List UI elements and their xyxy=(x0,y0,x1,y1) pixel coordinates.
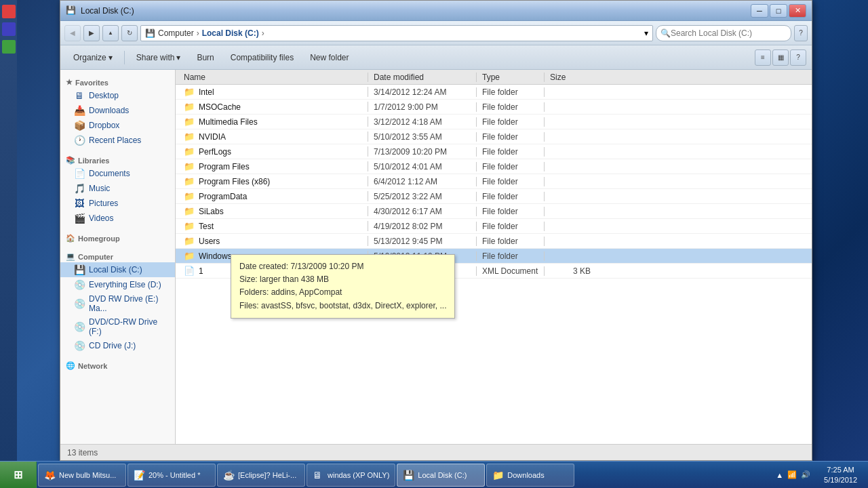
table-row[interactable]: 📁NVIDIA 5/10/2012 3:55 AM File folder xyxy=(176,129,812,144)
tray-arrow-icon[interactable]: ▲ xyxy=(776,471,783,479)
desktop-label: Desktop xyxy=(89,91,119,100)
back-button[interactable]: ◀ xyxy=(64,25,81,41)
network-header: 🌐 Network xyxy=(60,359,175,371)
taskbar-item-eclipse[interactable]: ☕ [Eclipse]? HeLi-... xyxy=(217,464,305,487)
tooltip-size: Size: larger than 438 MB xyxy=(239,273,446,286)
toolbar: Organize ▾ Share with ▾ Burn Compatibili… xyxy=(60,45,812,70)
address-dropdown-icon[interactable]: ▾ xyxy=(644,28,648,38)
sidebar-item-desktop[interactable]: 🖥 Desktop xyxy=(60,88,175,103)
help-button[interactable]: ? xyxy=(794,25,808,41)
table-row[interactable]: 📁ProgramData 5/25/2012 3:22 AM File fold… xyxy=(176,189,812,204)
homegroup-header: 🏠 Homegroup xyxy=(60,231,175,244)
tooltip-date-created: Date created: 7/13/2009 10:20 PM xyxy=(239,260,446,273)
left-icon-2 xyxy=(2,22,16,36)
table-row[interactable]: 📁PerfLogs 7/13/2009 10:20 PM File folder xyxy=(176,144,812,159)
taskbar-item-firefox[interactable]: 🦊 New bulb Mitsu... xyxy=(38,464,126,487)
taskbar-item-firefox-label: New bulb Mitsu... xyxy=(59,471,116,479)
favorites-star-icon: ★ xyxy=(66,78,73,87)
sidebar-item-documents[interactable]: 📄 Documents xyxy=(60,166,175,181)
up-button[interactable]: ▲ xyxy=(102,25,119,41)
taskbar-item-windas[interactable]: 🖥 windas (XP ONLY) xyxy=(307,464,395,487)
documents-icon: 📄 xyxy=(74,168,85,179)
eclipse-icon: ☕ xyxy=(223,470,234,481)
folder-icon: 📁 xyxy=(184,161,195,171)
start-button[interactable]: ⊞ xyxy=(0,462,37,489)
address-icon: 💾 xyxy=(145,28,155,38)
sidebar-item-dropbox[interactable]: 📦 Dropbox xyxy=(60,118,175,133)
table-row[interactable]: 📁MSOCache 1/7/2012 9:00 PM File folder xyxy=(176,100,812,115)
share-with-label: Share with xyxy=(136,53,175,62)
sidebar: ★ Favorites 🖥 Desktop 📥 Downloads 📦 Drop… xyxy=(60,70,176,444)
sidebar-item-downloads[interactable]: 📥 Downloads xyxy=(60,103,175,118)
table-row[interactable]: 📁SiLabs 4/30/2012 6:17 AM File folder xyxy=(176,204,812,219)
sidebar-item-dvd-rw-e[interactable]: 💿 DVD RW Drive (E:) Ma... xyxy=(60,292,175,315)
favorites-header: ★ Favorites xyxy=(60,75,175,88)
address-computer: Computer xyxy=(158,28,194,38)
taskbar-item-eclipse-label: [Eclipse]? HeLi-... xyxy=(238,471,296,479)
taskbar-item-downloads-label: Downloads xyxy=(507,471,544,479)
clock-time: 7:25 AM xyxy=(824,465,857,474)
sidebar-item-cd-drive-j[interactable]: 💿 CD Drive (J:) xyxy=(60,338,175,353)
forward-button[interactable]: ▶ xyxy=(83,25,100,41)
burn-button[interactable]: Burn xyxy=(189,49,221,66)
folder-icon: 📁 xyxy=(184,117,195,127)
column-date-modified[interactable]: Date modified xyxy=(368,73,477,82)
computer-header: 💻 Computer xyxy=(60,249,175,262)
local-disk-c-icon: 💾 xyxy=(74,264,85,275)
minimize-button[interactable]: ─ xyxy=(751,4,768,18)
dropbox-icon: 📦 xyxy=(74,120,85,131)
maximize-button[interactable]: □ xyxy=(770,4,787,18)
downloads-icon: 📥 xyxy=(74,105,85,116)
navigation-bar: ◀ ▶ ▲ ↻ 💾 Computer › Local Disk (C:) › ▾… xyxy=(60,21,812,45)
table-row[interactable]: 📁Program Files 5/10/2012 4:01 AM File fo… xyxy=(176,159,812,174)
folder-icon: 📁 xyxy=(184,221,195,231)
column-name[interactable]: Name xyxy=(178,73,368,82)
new-folder-label: New folder xyxy=(310,53,349,62)
search-bar[interactable]: 🔍 xyxy=(656,25,791,41)
refresh-button[interactable]: ↻ xyxy=(121,25,138,41)
videos-icon: 🎬 xyxy=(74,213,85,224)
column-size[interactable]: Size xyxy=(545,73,599,82)
taskbar-item-local-disk[interactable]: 💾 Local Disk (C:) xyxy=(397,464,485,487)
organize-button[interactable]: Organize ▾ xyxy=(66,49,120,66)
sidebar-item-pictures[interactable]: 🖼 Pictures xyxy=(60,196,175,211)
sidebar-item-everything-else-d[interactable]: 💿 Everything Else (D:) xyxy=(60,277,175,292)
network-section: 🌐 Network xyxy=(60,359,175,371)
view-toggle-button[interactable]: ▦ xyxy=(772,49,789,66)
sidebar-item-music[interactable]: 🎵 Music xyxy=(60,181,175,196)
music-icon: 🎵 xyxy=(74,183,85,194)
view-options-button[interactable]: ≡ xyxy=(755,49,771,66)
desktop-icon: 🖥 xyxy=(74,90,85,101)
folder-icon: 📁 xyxy=(184,176,195,186)
folder-icon: 📁 xyxy=(184,146,195,157)
close-button[interactable]: ✕ xyxy=(789,4,806,18)
taskbar-item-untitled[interactable]: 📝 20% - Untitled * xyxy=(127,464,216,487)
folder-icon: 📁 xyxy=(184,102,195,112)
column-type[interactable]: Type xyxy=(477,73,545,82)
file-list-header: Name Date modified Type Size xyxy=(176,70,812,85)
share-with-dropdown-icon: ▾ xyxy=(176,53,180,62)
favorites-section: ★ Favorites 🖥 Desktop 📥 Downloads 📦 Drop… xyxy=(60,75,175,148)
table-row[interactable]: 📁Intel 3/14/2012 12:24 AM File folder xyxy=(176,85,812,100)
table-row[interactable]: 📁Multimedia Files 3/12/2012 4:18 AM File… xyxy=(176,115,812,129)
notepad-icon: 📝 xyxy=(134,470,144,481)
help-icon-button[interactable]: ? xyxy=(790,49,806,66)
sidebar-item-dvd-cd-rw-f[interactable]: 💿 DVD/CD-RW Drive (F:) xyxy=(60,315,175,338)
new-folder-button[interactable]: New folder xyxy=(302,49,356,66)
taskbar-item-downloads[interactable]: 📁 Downloads xyxy=(486,464,574,487)
table-row[interactable]: 📁Test 4/19/2012 8:02 PM File folder xyxy=(176,219,812,234)
search-input[interactable] xyxy=(671,28,787,38)
address-separator-2: › xyxy=(262,28,264,38)
drive-j-icon: 💿 xyxy=(74,340,85,351)
compatibility-files-button[interactable]: Compatibility files xyxy=(223,49,301,66)
share-with-button[interactable]: Share with ▾ xyxy=(129,49,189,66)
drive-e-icon: 💿 xyxy=(74,298,85,309)
sidebar-item-local-disk-c[interactable]: 💾 Local Disk (C:) xyxy=(60,262,175,277)
sidebar-item-recent-places[interactable]: 🕐 Recent Places xyxy=(60,133,175,148)
table-row[interactable]: 📁Program Files (x86) 6/4/2012 1:12 AM Fi… xyxy=(176,174,812,189)
folder-icon: 📁 xyxy=(184,251,195,261)
sidebar-item-videos[interactable]: 🎬 Videos xyxy=(60,211,175,226)
table-row[interactable]: 📁Users 5/13/2012 9:45 PM File folder xyxy=(176,234,812,249)
address-bar[interactable]: 💾 Computer › Local Disk (C:) › ▾ xyxy=(140,25,653,41)
system-clock[interactable]: 7:25 AM 5/19/2012 xyxy=(818,465,863,485)
